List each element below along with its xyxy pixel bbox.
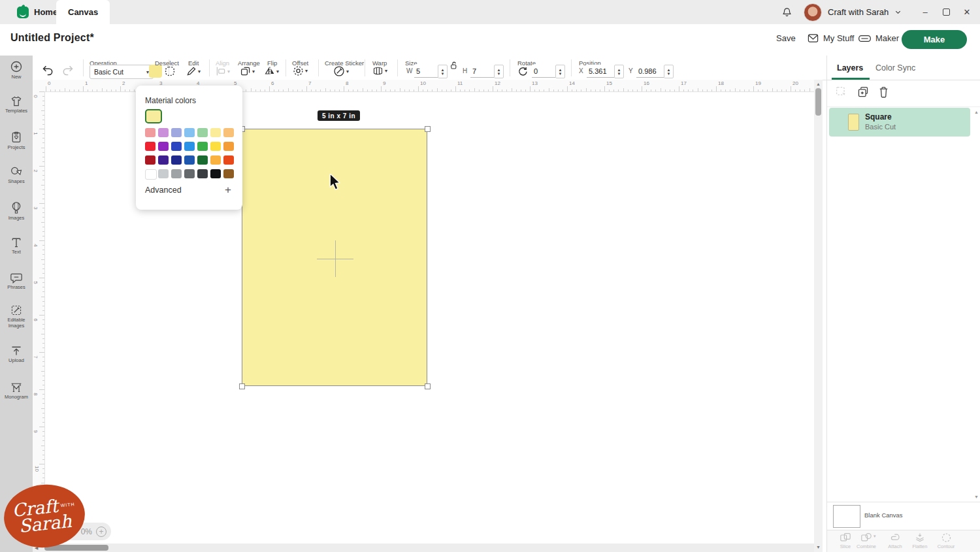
canvas-horizontal-scrollbar[interactable] (33, 544, 814, 552)
sidebar-item-monogram[interactable]: Monogram (0, 382, 33, 400)
material-color-swatch[interactable] (223, 142, 234, 151)
undo-icon[interactable] (42, 65, 54, 76)
material-color-swatch[interactable] (184, 128, 195, 137)
advanced-colors-button[interactable]: Advanced (145, 186, 182, 195)
user-name[interactable]: Craft with Sarah (828, 7, 889, 17)
arrange-icon[interactable]: ▾ (240, 66, 255, 76)
window-minimize-icon[interactable]: – (915, 0, 936, 24)
resize-handle-bottom-left[interactable] (239, 383, 245, 389)
selected-square-shape[interactable] (242, 129, 427, 386)
window-maximize-icon[interactable] (936, 0, 956, 24)
chevron-down-icon[interactable] (894, 8, 902, 16)
sidebar-item-templates[interactable]: Templates (0, 95, 33, 114)
material-color-swatch[interactable] (210, 155, 221, 165)
material-color-swatch[interactable] (158, 142, 169, 151)
notifications-bell-icon[interactable] (781, 7, 792, 18)
duplicate-layer-icon[interactable] (857, 86, 869, 98)
tab-layers[interactable]: Layers (837, 63, 863, 73)
position-x-stepper[interactable]: ▲▼ (614, 65, 624, 78)
zoom-in-icon[interactable]: + (96, 527, 106, 537)
sidebar-item-shapes[interactable]: Shapes (0, 166, 33, 185)
deselect-icon[interactable] (165, 66, 175, 76)
resize-handle-top-right[interactable] (425, 126, 431, 132)
rotate-input[interactable] (532, 65, 555, 78)
canvas-vertical-scrollbar[interactable] (814, 80, 823, 552)
sidebar-item-new[interactable]: New (0, 60, 33, 80)
operation-select[interactable]: Basic Cut ▾ (90, 65, 154, 79)
resize-handle-bottom-right[interactable] (425, 383, 431, 389)
layers-scroll-up-icon[interactable]: ▲ (974, 110, 979, 114)
size-h-stepper[interactable]: ▲▼ (494, 65, 504, 78)
position-y-input[interactable] (636, 65, 664, 78)
tab-canvas[interactable]: Canvas (56, 0, 110, 24)
size-w-stepper[interactable]: ▲▼ (438, 65, 448, 78)
flip-icon[interactable]: ▾ (265, 66, 279, 76)
material-color-swatch[interactable] (145, 142, 155, 151)
material-color-swatch[interactable] (158, 155, 169, 165)
machine-select-button[interactable]: Maker (858, 33, 899, 43)
current-color-swatch[interactable] (145, 109, 162, 123)
material-color-swatch[interactable] (210, 128, 221, 137)
size-lock-icon[interactable] (449, 61, 459, 70)
rotate-icon[interactable] (517, 66, 528, 76)
material-color-swatch[interactable] (145, 169, 157, 180)
material-color-swatch[interactable] (197, 128, 208, 137)
sidebar-item-upload[interactable]: Upload (0, 345, 33, 364)
material-color-swatch[interactable] (210, 142, 221, 151)
material-color-swatch[interactable] (223, 128, 234, 137)
material-color-swatch[interactable] (171, 128, 182, 137)
material-color-swatch[interactable] (158, 169, 169, 178)
create-sticker-icon[interactable]: ▾ (333, 65, 349, 77)
material-color-swatch[interactable] (171, 155, 182, 165)
material-color-swatch[interactable] (171, 169, 182, 178)
layer-actions-bar: Slice▾CombineAttachFlattenContour (827, 530, 980, 552)
material-color-swatch[interactable] (158, 128, 169, 137)
sidebar-item-images[interactable]: Images (0, 201, 33, 221)
user-avatar[interactable] (804, 3, 822, 22)
scroll-down-icon[interactable]: ▼ (816, 545, 821, 549)
make-button[interactable]: Make (902, 30, 967, 49)
material-color-swatch[interactable] (197, 155, 208, 165)
material-color-swatch[interactable] (210, 169, 221, 178)
project-title[interactable]: Untitled Project* (10, 32, 94, 44)
operation-color-swatch[interactable] (149, 65, 162, 78)
layer-row-square[interactable]: Square Basic Cut (829, 108, 970, 137)
layers-scroll-down-icon[interactable]: ▼ (974, 495, 979, 499)
warp-icon[interactable]: ▾ (372, 66, 387, 76)
size-h-input[interactable] (470, 65, 494, 78)
material-color-swatch[interactable] (223, 169, 234, 178)
edit-pencil-icon[interactable]: ▾ (186, 66, 201, 76)
contour-button: Contour (933, 532, 959, 549)
phrases-icon (10, 272, 23, 284)
material-color-swatch[interactable] (223, 155, 234, 165)
blank-canvas-row[interactable]: Blank Canvas (827, 502, 980, 530)
position-y-stepper[interactable]: ▲▼ (664, 65, 674, 78)
position-x-input[interactable] (587, 65, 614, 78)
material-color-swatch[interactable] (197, 169, 208, 178)
ruler-number: 4 (33, 244, 39, 246)
rotate-stepper[interactable]: ▲▼ (555, 65, 565, 78)
sidebar-item-projects[interactable]: Projects (0, 131, 33, 151)
tab-color-sync[interactable]: Color Sync (875, 63, 915, 73)
window-close-icon[interactable]: ✕ (956, 0, 977, 24)
material-color-swatch[interactable] (184, 155, 195, 165)
material-color-swatch[interactable] (145, 155, 155, 165)
delete-layer-icon[interactable] (878, 86, 889, 98)
material-color-swatch[interactable] (145, 128, 155, 137)
ruler-number: 13 (532, 80, 538, 86)
canvas-vertical-scroll-thumb[interactable] (815, 88, 821, 116)
sidebar-item-text[interactable]: Text (0, 236, 33, 255)
save-button[interactable]: Save (776, 33, 796, 43)
material-color-swatch[interactable] (184, 142, 195, 151)
my-stuff-button[interactable]: My Stuff (808, 33, 854, 43)
size-w-input[interactable] (414, 65, 438, 78)
scroll-up-icon[interactable]: ▲ (816, 82, 821, 86)
sidebar-item-editable-images[interactable]: Editable Images (0, 304, 33, 329)
material-color-swatch[interactable] (171, 142, 182, 151)
sidebar-item-phrases[interactable]: Phrases (0, 272, 33, 291)
material-color-swatch[interactable] (184, 169, 195, 178)
offset-icon[interactable]: ▾ (293, 65, 308, 76)
advanced-plus-icon[interactable]: + (225, 184, 231, 197)
redo-icon[interactable] (61, 65, 74, 76)
material-color-swatch[interactable] (197, 142, 208, 151)
